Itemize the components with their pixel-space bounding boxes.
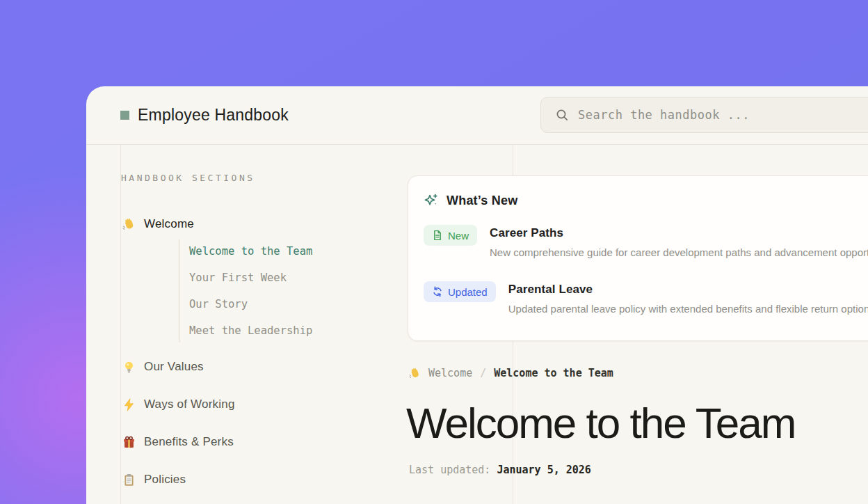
subnav-indent-guide xyxy=(179,239,179,342)
sparkle-icon xyxy=(424,193,439,208)
breadcrumb-section[interactable]: Welcome xyxy=(428,367,472,379)
breadcrumb-current: Welcome to the Team xyxy=(494,367,613,379)
whats-new-item-description: New comprehensive guide for career devel… xyxy=(490,246,868,258)
whats-new-item-title: Parental Leave xyxy=(508,283,868,297)
wave-icon xyxy=(409,368,421,379)
subnav-list: Welcome to the Team Your First Week Our … xyxy=(189,238,312,344)
sidebar-item-policies[interactable]: Policies xyxy=(122,471,186,488)
app-header: Employee Handbook Search the handbook ..… xyxy=(86,86,868,145)
whats-new-item-title: Career Paths xyxy=(490,226,868,240)
sidebar-item-label: Benefits & Perks xyxy=(144,435,234,449)
sidebar: HANDBOOK SECTIONS xyxy=(121,145,399,504)
last-updated-label: Last updated: xyxy=(409,464,490,476)
content-area: HANDBOOK SECTIONS xyxy=(86,145,868,504)
whats-new-card: What’s New New Ca xyxy=(408,175,868,341)
updated-badge: Updated xyxy=(424,281,496,302)
bulb-icon xyxy=(122,361,136,374)
sidebar-item-label: Policies xyxy=(144,473,186,487)
breadcrumb-separator: / xyxy=(480,367,486,379)
app-title: Employee Handbook xyxy=(138,106,289,125)
whats-new-item-text: Parental Leave Updated parental leave po… xyxy=(508,281,868,315)
whats-new-title: What’s New xyxy=(447,194,517,208)
last-updated-value: January 5, 2026 xyxy=(497,464,590,476)
subnav-item-meet-the-leadership[interactable]: Meet the Leadership xyxy=(189,317,312,344)
sidebar-item-label: Welcome xyxy=(144,217,194,231)
sidebar-item-label: Our Values xyxy=(144,360,204,374)
new-badge: New xyxy=(424,225,477,246)
sidebar-item-ways-of-working[interactable]: Ways of Working xyxy=(122,396,235,413)
gift-icon xyxy=(122,436,136,449)
subnav-item-your-first-week[interactable]: Your First Week xyxy=(189,265,312,291)
main-content: What’s New New Ca xyxy=(408,145,868,504)
subnav-item-welcome-to-the-team[interactable]: Welcome to the Team xyxy=(189,238,312,265)
whats-new-item-description: Updated parental leave policy with exten… xyxy=(508,303,868,315)
sidebar-item-label: Ways of Working xyxy=(144,397,235,411)
search-icon xyxy=(556,109,569,122)
badge-label: New xyxy=(448,230,469,242)
bolt-icon xyxy=(122,398,136,411)
badge-label: Updated xyxy=(448,286,488,298)
search-input[interactable]: Search the handbook ... xyxy=(540,97,868,133)
breadcrumb: Welcome / Welcome to the Team xyxy=(409,367,613,379)
app-window: Employee Handbook Search the handbook ..… xyxy=(86,86,868,504)
whats-new-item[interactable]: New Career Paths New comprehensive guide… xyxy=(424,225,868,258)
sidebar-item-welcome[interactable]: Welcome xyxy=(122,216,194,233)
logo-square-icon xyxy=(120,111,129,120)
sidebar-heading: HANDBOOK SECTIONS xyxy=(121,173,255,183)
search-placeholder: Search the handbook ... xyxy=(578,108,750,122)
wave-icon xyxy=(122,218,136,231)
sidebar-item-our-values[interactable]: Our Values xyxy=(122,359,204,375)
sidebar-item-benefits-perks[interactable]: Benefits & Perks xyxy=(122,434,234,450)
last-updated: Last updated: January 5, 2026 xyxy=(409,464,591,476)
page-title: Welcome to the Team xyxy=(406,398,795,448)
refresh-icon xyxy=(432,286,443,297)
whats-new-header: What’s New xyxy=(424,193,868,208)
clipboard-icon xyxy=(122,473,136,487)
whats-new-item[interactable]: Updated Parental Leave Updated parental … xyxy=(424,281,868,315)
file-text-icon xyxy=(432,230,443,241)
subnav-item-our-story[interactable]: Our Story xyxy=(189,291,312,317)
whats-new-item-text: Career Paths New comprehensive guide for… xyxy=(490,225,868,258)
